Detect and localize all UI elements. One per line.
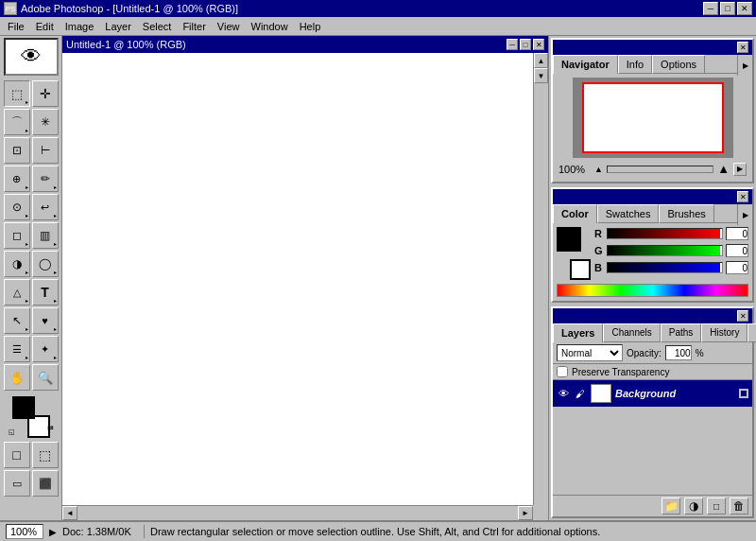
type-tool[interactable]: T ▸ <box>32 279 59 305</box>
path-selection-tool[interactable]: ↖ ▸ <box>4 307 30 334</box>
navigator-menu-btn[interactable]: ▶ <box>737 55 752 76</box>
menu-select[interactable]: Select <box>137 19 178 34</box>
layer-name: Background <box>615 388 676 399</box>
move-tool[interactable]: ✛ <box>32 80 59 107</box>
app-maximize-btn[interactable]: □ <box>720 2 735 15</box>
status-bar: 100% ▶ Doc: 1.38M/0K Draw rectangular se… <box>0 520 756 541</box>
layers-mode-select[interactable]: Normal <box>557 344 623 361</box>
dodge-tool[interactable]: ◯ ▸ <box>32 251 59 277</box>
rectangular-marquee-tool[interactable]: ⬚ ▸ <box>4 80 30 107</box>
color-close-btn[interactable]: ✕ <box>737 191 748 202</box>
title-bar-buttons: ─ □ ✕ <box>703 2 752 15</box>
layers-tab[interactable]: Layers <box>553 323 603 342</box>
corner-arrow-icon11: ▸ <box>26 297 28 304</box>
eyedropper-tool[interactable]: ✦ ▸ <box>32 336 59 362</box>
eraser-tool[interactable]: ◻ ▸ <box>4 222 30 249</box>
options-tab[interactable]: Options <box>652 55 705 74</box>
color-menu-btn[interactable]: ▶ <box>737 204 752 225</box>
canvas-minimize-btn[interactable]: ─ <box>507 39 518 50</box>
menu-edit[interactable]: Edit <box>30 19 60 34</box>
menu-file[interactable]: File <box>2 19 30 34</box>
quick-mask-mode-btn[interactable]: ⬚ <box>32 442 59 468</box>
paths-tab[interactable]: Paths <box>661 323 702 342</box>
scroll-left-btn[interactable]: ◄ <box>62 506 77 520</box>
corner-arrow-icon10: ▸ <box>54 269 57 275</box>
b-slider[interactable] <box>607 262 723 273</box>
new-adjustment-layer-btn[interactable]: ◑ <box>684 497 703 515</box>
full-screen-btn[interactable]: ⬛ <box>32 470 59 497</box>
standard-screen-btn[interactable]: ▭ <box>4 470 30 497</box>
color-spectrum-bar[interactable] <box>557 284 748 297</box>
hand-tool[interactable]: ✋ <box>4 364 30 391</box>
g-slider[interactable] <box>607 245 723 256</box>
layer-visibility-eye-icon[interactable]: 👁 <box>557 387 570 400</box>
custom-shape-tool[interactable]: ♥ ▸ <box>32 307 59 334</box>
b-value-input[interactable] <box>726 261 748 274</box>
crop-tool[interactable]: ⊡ <box>4 137 30 164</box>
info-tab[interactable]: Info <box>618 55 652 74</box>
navigator-close-btn[interactable]: ✕ <box>737 42 748 53</box>
g-value-input[interactable] <box>726 244 748 257</box>
opacity-input[interactable] <box>665 345 692 360</box>
scroll-right-btn[interactable]: ► <box>518 506 533 520</box>
zoom-display[interactable]: 100% <box>6 524 43 539</box>
color-bg-swatch[interactable] <box>570 259 591 280</box>
swap-colors-icon[interactable]: ⇄ <box>47 424 54 432</box>
menu-window[interactable]: Window <box>246 19 294 34</box>
history-brush-tool[interactable]: ↩ ▸ <box>32 194 59 220</box>
new-layer-set-btn[interactable]: 📁 <box>662 497 680 515</box>
pen-tool[interactable]: △ ▸ <box>4 279 30 305</box>
layer-brush-icon: 🖌 <box>574 387 587 400</box>
r-slider-row: R <box>594 227 748 240</box>
canvas-document[interactable] <box>62 53 533 505</box>
reset-colors-icon[interactable]: ◱ <box>9 428 15 436</box>
layers-close-btn[interactable]: ✕ <box>737 310 748 322</box>
magic-wand-tool[interactable]: ✳ <box>32 109 59 135</box>
canvas-title-buttons: ─ □ ✕ <box>507 39 544 50</box>
app-close-btn[interactable]: ✕ <box>737 2 752 15</box>
lasso-tool[interactable]: ⌒ ▸ <box>4 109 30 135</box>
gradient-tool[interactable]: ▥ ▸ <box>32 222 59 249</box>
channels-tab[interactable]: Channels <box>603 323 660 342</box>
swatches-tab[interactable]: Swatches <box>597 204 660 223</box>
r-slider[interactable] <box>607 228 723 239</box>
r-value-input[interactable] <box>726 227 748 240</box>
pencil-tool[interactable]: ✏ ▸ <box>32 166 59 192</box>
foreground-color-swatch[interactable] <box>12 396 35 419</box>
canvas-close-btn[interactable]: ✕ <box>533 39 544 50</box>
healing-brush-tool[interactable]: ⊕ ▸ <box>4 166 30 192</box>
slice-tool[interactable]: ⊢ <box>32 137 59 164</box>
blur-tool[interactable]: ◑ ▸ <box>4 251 30 277</box>
clone-stamp-tool[interactable]: ⊙ ▸ <box>4 194 30 220</box>
canvas-horizontal-scrollbar[interactable]: ◄ ► <box>62 505 533 520</box>
navigator-title-buttons: ✕ <box>737 42 748 53</box>
g-slider-row: G <box>594 244 748 257</box>
brushes-tab[interactable]: Brushes <box>659 204 713 223</box>
menu-image[interactable]: Image <box>60 19 100 34</box>
notes-tool[interactable]: ☰ ▸ <box>4 336 30 362</box>
app-minimize-btn[interactable]: ─ <box>703 2 718 15</box>
navigator-tab[interactable]: Navigator <box>553 55 618 74</box>
menu-filter[interactable]: Filter <box>177 19 211 34</box>
zoom-tool[interactable]: 🔍 <box>32 364 59 391</box>
canvas-vertical-scrollbar[interactable]: ▲ ▼ <box>533 53 548 505</box>
scroll-down-btn[interactable]: ▼ <box>534 68 548 83</box>
menu-help[interactable]: Help <box>294 19 327 34</box>
zoom-slider[interactable] <box>607 166 713 173</box>
history-tab[interactable]: History <box>701 323 747 342</box>
standard-mode-btn[interactable]: □ <box>4 442 30 468</box>
preserve-transparency-checkbox[interactable] <box>557 366 568 377</box>
actions-tab[interactable]: Actions <box>747 323 756 342</box>
scroll-h-track[interactable] <box>77 506 518 520</box>
menu-view[interactable]: View <box>212 19 246 34</box>
zoom-right-btn[interactable]: ▶ <box>733 163 747 176</box>
delete-layer-btn[interactable]: 🗑 <box>730 497 748 515</box>
scroll-up-btn[interactable]: ▲ <box>534 53 548 68</box>
canvas-maximize-btn[interactable]: □ <box>520 39 531 50</box>
layer-item[interactable]: 👁 🖌 Background <box>553 380 752 407</box>
menu-layer[interactable]: Layer <box>99 19 137 34</box>
r-label: R <box>594 228 604 239</box>
color-fg-swatch[interactable] <box>557 227 581 252</box>
new-layer-btn[interactable]: □ <box>707 497 726 515</box>
color-tab[interactable]: Color <box>553 204 597 223</box>
